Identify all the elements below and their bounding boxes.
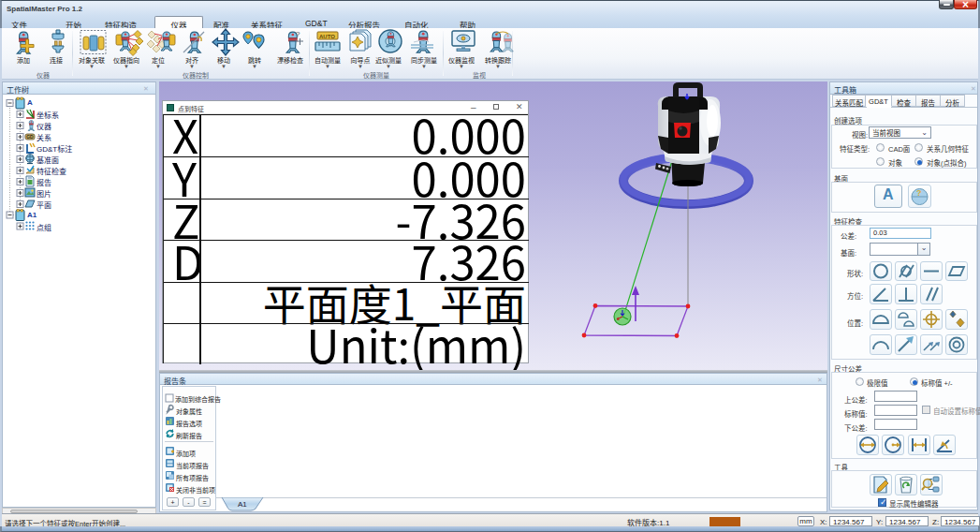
svg-text:AUTO: AUTO xyxy=(319,34,335,39)
svg-text:GD: GD xyxy=(26,134,34,140)
svg-text:A1: A1 xyxy=(238,500,247,509)
svg-text:?: ? xyxy=(296,30,300,38)
svg-text:?: ? xyxy=(916,188,922,198)
